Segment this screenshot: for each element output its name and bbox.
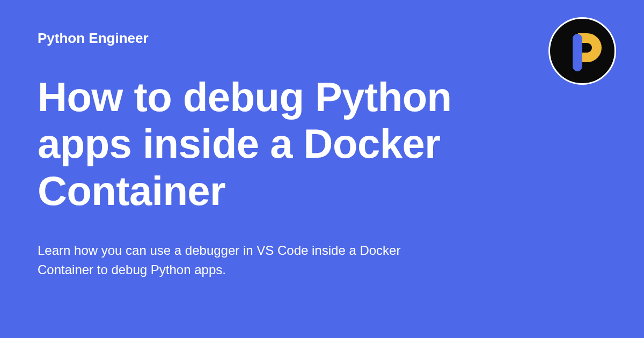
page-title: How to debug Python apps inside a Docker… <box>38 74 521 214</box>
logo-bar-shape <box>573 34 582 71</box>
card-container: Python Engineer How to debug Python apps… <box>0 0 644 338</box>
page-description: Learn how you can use a debugger in VS C… <box>38 241 456 280</box>
site-name: Python Engineer <box>38 30 606 47</box>
brand-logo <box>548 17 616 85</box>
logo-icon <box>550 19 614 83</box>
